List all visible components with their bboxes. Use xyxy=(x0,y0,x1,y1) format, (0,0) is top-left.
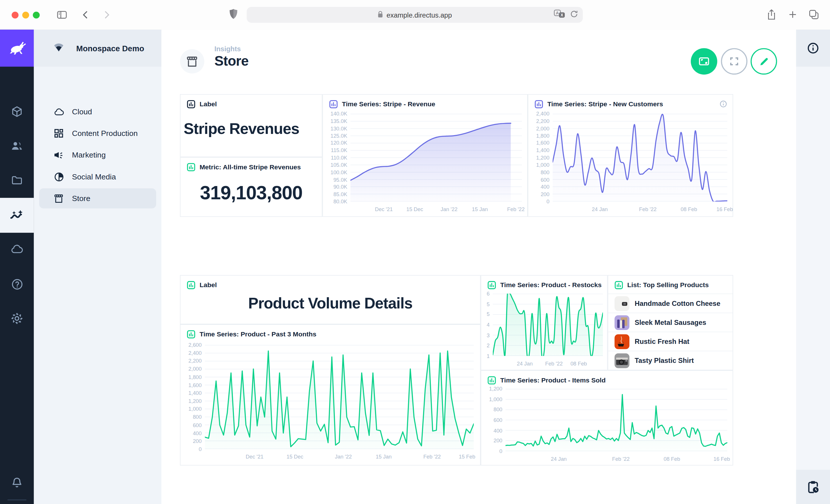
panel-type-icon xyxy=(187,100,195,108)
list-item[interactable]: Tasty Plastic Shirt xyxy=(608,351,733,370)
panel-title: Time Series: Stripe - New Customers xyxy=(547,101,663,108)
directus-app: Monospace Demo Cloud Content Production … xyxy=(0,30,830,504)
panel-stripe-new-customers: Time Series: Stripe - New Customers 2,40… xyxy=(528,94,733,217)
svg-text:X: X xyxy=(561,12,564,17)
url-bar[interactable]: example.directus.app AX xyxy=(247,7,583,23)
panel-title: List: Top Selling Products xyxy=(628,281,709,289)
stripe-new-customers-chart: 2,4002,2002,0001,8001,6001,4001,2001,000… xyxy=(532,114,727,202)
project-header[interactable]: Monospace Demo xyxy=(34,30,162,67)
info-icon[interactable] xyxy=(796,30,830,67)
pie-circle-icon xyxy=(53,172,65,182)
product-thumbnail xyxy=(614,296,629,311)
metric-value: 319,103,800 xyxy=(181,182,322,204)
dashboard-grid-icon xyxy=(53,129,65,138)
sidebar-item-label: Marketing xyxy=(72,150,106,159)
panel-type-icon xyxy=(187,330,195,338)
list-item[interactable]: Sleek Metal Sausages xyxy=(608,313,733,332)
breadcrumb[interactable]: Insights xyxy=(215,45,241,53)
close-window-button[interactable] xyxy=(11,11,19,18)
panel-label-product: Label Product Volume Details xyxy=(180,275,480,324)
panel-title: Time Series: Product - Restocks xyxy=(500,281,602,289)
list-item[interactable]: Rustic Fresh Hat xyxy=(608,332,733,351)
sidebar-item-label: Store xyxy=(72,194,91,202)
megaphone-icon xyxy=(53,150,65,160)
svg-text:A: A xyxy=(556,10,559,15)
page-title: Store xyxy=(215,53,248,69)
sidebar-item-label: Content Production xyxy=(72,129,138,137)
label-text: Product Volume Details xyxy=(181,295,480,312)
sidebar-item-label: Social Media xyxy=(72,172,116,181)
stripe-revenue-chart: 140.0K135.0K130.0K125.0K120.0K115.0K110.… xyxy=(326,114,522,202)
main-content: Insights Store Label Stripe Revenues xyxy=(161,30,796,504)
tab-overview-icon[interactable] xyxy=(808,9,820,20)
panel-product-past-3-months: Time Series: Product - Past 3 Months 2,6… xyxy=(180,324,480,465)
lock-icon xyxy=(378,10,383,19)
translate-icon[interactable]: AX xyxy=(554,9,565,21)
product-items-sold-chart: 1,2001,000800600400200024 JanFeb '2208 F… xyxy=(484,389,727,451)
users-icon[interactable] xyxy=(0,134,34,158)
forward-icon[interactable] xyxy=(101,9,112,21)
sidebar-item-cloud[interactable]: Cloud xyxy=(39,102,156,122)
module-bar-divider xyxy=(7,499,27,501)
signal-icon xyxy=(53,42,65,55)
sidebar-item-content-production[interactable]: Content Production xyxy=(39,123,156,143)
panel-product-restocks: Time Series: Product - Restocks 65543212… xyxy=(481,275,608,370)
sidebar-item-store[interactable]: Store xyxy=(39,188,156,208)
minimize-window-button[interactable] xyxy=(22,11,29,18)
sidebar: Monospace Demo Cloud Content Production … xyxy=(34,30,162,504)
product-name: Sleek Metal Sausages xyxy=(635,318,706,327)
url-text: example.directus.app xyxy=(386,11,452,19)
panel-title: Time Series: Product - Items Sold xyxy=(500,377,606,384)
screen: example.directus.app AX xyxy=(0,0,830,504)
box-icon[interactable] xyxy=(0,100,34,123)
product-name: Tasty Plastic Shirt xyxy=(635,357,694,365)
list-item[interactable]: Handmade Cotton Cheese xyxy=(608,294,733,312)
browser-chrome: example.directus.app AX xyxy=(0,0,830,30)
sidebar-toggle-icon[interactable] xyxy=(56,9,68,21)
product-thumbnail xyxy=(614,353,629,368)
edit-button[interactable] xyxy=(751,48,777,75)
panel-title: Metric: All-time Stripe Revenues xyxy=(199,164,300,171)
storefront-icon xyxy=(53,193,65,203)
panel-top-selling-products: List: Top Selling Products Handmade Cott… xyxy=(608,275,733,370)
product-past-3-months-chart: 2,6002,4002,2002,0001,8001,6001,4001,200… xyxy=(184,345,474,449)
insights-icon[interactable] xyxy=(0,198,34,233)
new-tab-icon[interactable] xyxy=(787,9,798,20)
module-bar xyxy=(0,30,34,504)
folder-icon[interactable] xyxy=(0,169,34,192)
label-text: Stripe Revenues xyxy=(184,120,322,138)
fullscreen-button[interactable] xyxy=(721,48,747,75)
cloud-icon xyxy=(53,107,65,116)
rabbit-logo-icon[interactable] xyxy=(0,30,34,67)
panel-title: Label xyxy=(199,281,217,289)
product-restocks-chart: 655432124 JanFeb '2208 Feb xyxy=(484,294,603,356)
panel-title: Time Series: Stripe - Revenue xyxy=(342,101,436,108)
panel-product-items-sold: Time Series: Product - Items Sold 1,2001… xyxy=(481,370,733,466)
activity-clipboard-icon[interactable] xyxy=(796,470,830,504)
info-icon[interactable] xyxy=(719,100,727,110)
panel-metric: Metric: All-time Stripe Revenues 319,103… xyxy=(180,157,322,217)
sidebar-item-social-media[interactable]: Social Media xyxy=(39,167,156,187)
panel-title: Time Series: Product - Past 3 Months xyxy=(199,331,316,338)
help-icon[interactable] xyxy=(0,272,34,296)
shield-icon[interactable] xyxy=(228,8,239,21)
right-sidebar xyxy=(796,30,830,504)
product-thumbnail xyxy=(614,315,629,330)
settings-icon[interactable] xyxy=(0,307,34,330)
product-name: Rustic Fresh Hat xyxy=(635,338,689,346)
back-icon[interactable] xyxy=(80,9,91,21)
panel-type-icon xyxy=(329,100,338,108)
panel-type-icon xyxy=(187,281,195,289)
share-icon[interactable] xyxy=(766,8,777,21)
cloud-icon[interactable] xyxy=(0,238,34,261)
zoom-window-button[interactable] xyxy=(33,11,40,18)
panel-type-icon xyxy=(488,281,496,289)
page-icon-storefront[interactable] xyxy=(180,49,204,73)
product-thumbnail xyxy=(614,334,629,349)
bell-icon[interactable] xyxy=(0,471,34,494)
sidebar-item-marketing[interactable]: Marketing xyxy=(39,145,156,165)
product-name: Handmade Cotton Cheese xyxy=(635,300,720,308)
reload-icon[interactable] xyxy=(570,9,578,20)
present-mode-button[interactable] xyxy=(691,48,717,75)
panel-label-stripe: Label Stripe Revenues xyxy=(180,94,322,157)
